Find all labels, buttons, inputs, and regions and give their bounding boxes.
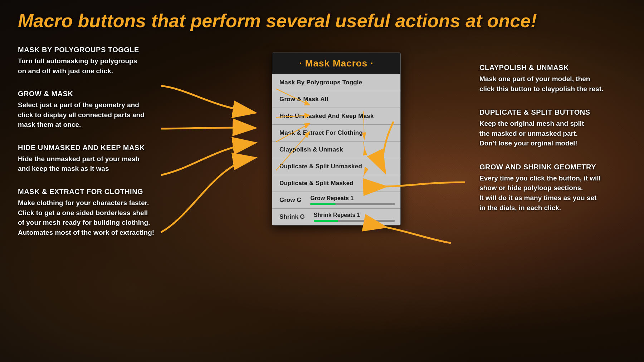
right-title-1: CLAYPOLISH & UNMASK [479,63,626,72]
page-content: Macro buttons that perform several usefu… [0,0,644,362]
panel-title: · Mask Macros · [272,53,400,74]
section-body-1: Turn full automasking by polygroupson an… [18,56,204,76]
grow-g-row: Grow G Grow Repeats 1 [272,192,400,209]
mask-macros-panel: · Mask Macros · Mask By Polygroups Toggl… [272,53,401,225]
shrink-repeats-label: Shrink Repeats 1 [314,212,395,218]
left-section-3: HIDE UNMASKED AND KEEP MASK Hide the unm… [18,143,204,174]
section-title-3: HIDE UNMASKED AND KEEP MASK [18,143,204,152]
btn-hide-unmasked[interactable]: Hide Unmasked And Keep Mask [272,108,400,125]
page-title: Macro buttons that perform several usefu… [18,11,626,31]
right-body-3: Every time you click the button, it will… [479,173,626,213]
btn-mask-extract-clothing[interactable]: Mask & Extract For Clothing [272,125,400,142]
btn-grow-mask-all[interactable]: Grow & Mask All [272,91,400,108]
main-layout: MASK BY POLYGROUPS TOGGLE Turn full auto… [18,42,626,335]
grow-g-slider-area[interactable]: Grow Repeats 1 [305,192,400,208]
grow-g-label: Grow G [272,192,305,208]
btn-claypolish-unmask[interactable]: Claypolish & Unmask [272,142,400,158]
section-body-3: Hide the unmasked part of your meshand k… [18,154,204,174]
btn-duplicate-split-unmasked[interactable]: Duplicate & Split Unmasked [272,158,400,175]
section-title-4: MASK & EXTRACT FOR CLOTHING [18,187,204,196]
right-section-3: GROW AND SHRINK GEOMETRY Every time you … [479,163,626,213]
shrink-repeats-slider[interactable] [314,220,395,222]
right-body-2: Keep the original mesh and splitthe mask… [479,119,626,148]
section-title-1: MASK BY POLYGROUPS TOGGLE [18,45,204,54]
right-body-1: Mask one part of your model, thenclick t… [479,74,626,94]
section-title-2: GROW & MASK [18,89,204,98]
right-section-1: CLAYPOLISH & UNMASK Mask one part of you… [479,63,626,94]
grow-repeats-label: Grow Repeats 1 [310,195,395,202]
shrink-g-slider-area[interactable]: Shrink Repeats 1 [308,209,400,225]
left-column: MASK BY POLYGROUPS TOGGLE Turn full auto… [18,42,204,251]
grow-repeats-slider-fill [310,203,336,205]
grow-repeats-slider[interactable] [310,203,395,205]
btn-mask-by-polygroups[interactable]: Mask By Polygroups Toggle [272,74,400,91]
shrink-repeats-slider-fill [314,220,338,222]
center-column: · Mask Macros · Mask By Polygroups Toggl… [204,42,469,225]
left-section-4: MASK & EXTRACT FOR CLOTHING Make clothin… [18,187,204,237]
shrink-g-row: Shrink G Shrink Repeats 1 [272,209,400,225]
btn-duplicate-split-masked[interactable]: Duplicate & Split Masked [272,175,400,192]
section-body-2: Select just a part of the geometry andcl… [18,100,204,130]
right-title-3: GROW AND SHRINK GEOMETRY [479,163,626,171]
right-section-2: DUPLICATE & SPLIT BUTTONS Keep the origi… [479,108,626,148]
section-body-4: Make clothing for your characters faster… [18,198,204,237]
right-title-2: DUPLICATE & SPLIT BUTTONS [479,108,626,116]
left-section-1: MASK BY POLYGROUPS TOGGLE Turn full auto… [18,45,204,76]
shrink-g-label: Shrink G [272,209,308,225]
right-column: CLAYPOLISH & UNMASK Mask one part of you… [469,42,626,227]
left-section-2: GROW & MASK Select just a part of the ge… [18,89,204,130]
